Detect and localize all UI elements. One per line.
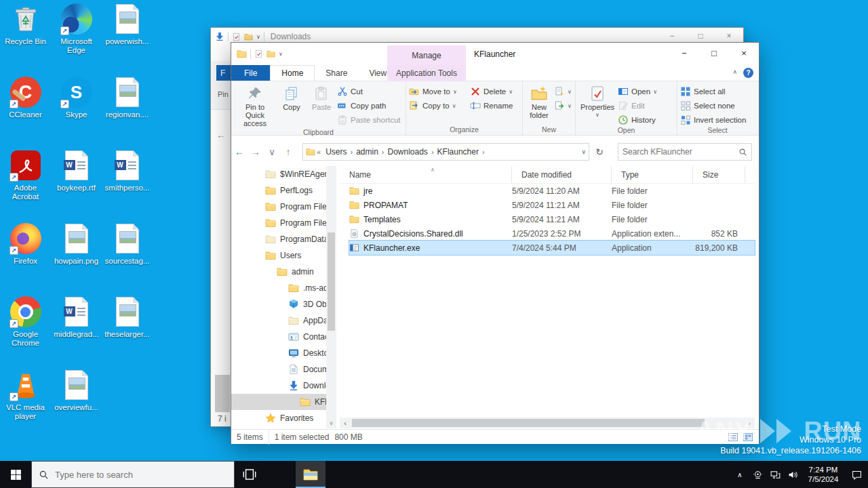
file-row-jre[interactable]: jre5/9/2024 11:20 AMFile folder — [349, 184, 755, 198]
desktop-icon[interactable]: Wboykeep.rtf — [51, 146, 102, 220]
breadcrumb-item[interactable]: admin — [353, 147, 382, 157]
nav-scrollbar-thumb[interactable] — [328, 232, 335, 331]
invert-selection-button[interactable]: Invert selection — [680, 115, 746, 125]
desktop-icon[interactable]: Recycle Bin — [0, 0, 51, 73]
breadcrumb-item[interactable]: Users — [322, 147, 350, 157]
nav-item-perflogs[interactable]: PerfLogs — [231, 182, 326, 199]
desktop-icon[interactable]: powerwish... — [102, 0, 153, 73]
minimize-button[interactable]: − — [669, 43, 699, 63]
new-item-button[interactable]: ∨ — [554, 86, 572, 97]
forward-button[interactable]: → — [248, 146, 264, 157]
tray-chevron-icon[interactable]: ∧ — [731, 461, 749, 488]
new-folder-qat-icon[interactable] — [267, 49, 275, 58]
column-header-name[interactable]: Name — [340, 166, 512, 183]
nav-item--ms-ad[interactable]: .ms-ad — [231, 280, 326, 296]
desktop-icon[interactable]: ↗Google Chrome — [0, 293, 51, 366]
file-row-crystaldecisions-shared-dll[interactable]: CrystalDecisions.Shared.dll1/25/2023 2:5… — [349, 226, 755, 241]
delete-button[interactable]: Delete ∨ — [470, 86, 513, 97]
tab-application-tools[interactable]: Application Tools — [387, 65, 466, 81]
qat-dropdown-icon[interactable]: ∨ — [279, 51, 283, 57]
volume-icon[interactable] — [784, 461, 802, 488]
paste-button[interactable]: Paste — [307, 83, 336, 127]
nav-item-downloads[interactable]: Downloads — [231, 378, 326, 394]
column-header-type[interactable]: Type — [612, 166, 693, 183]
details-view-icon[interactable] — [728, 432, 738, 443]
desktop-icon[interactable]: S↗Skype — [51, 73, 102, 146]
desktop-icon[interactable]: ↗Firefox — [0, 220, 51, 293]
search-input[interactable] — [623, 147, 738, 157]
nav-item-kflauncher[interactable]: KFlauncher — [231, 394, 326, 410]
nav-item-admin[interactable]: admin — [231, 264, 326, 280]
action-center-button[interactable] — [845, 461, 868, 488]
nav-item-3d-objects[interactable]: 3D Objects — [231, 296, 326, 312]
taskbar-search-input[interactable] — [55, 470, 227, 480]
desktop-icon[interactable]: theselarger... — [102, 293, 153, 366]
nav-item--winreagent[interactable]: $WinREAgent — [231, 166, 326, 182]
taskbar-search[interactable] — [31, 461, 235, 488]
breadcrumb-item[interactable]: KFlauncher — [434, 147, 482, 157]
network-icon[interactable] — [766, 461, 784, 488]
scroll-right-icon[interactable]: › — [744, 419, 755, 427]
desktop-icon[interactable]: sourcestag... — [102, 220, 153, 293]
nav-item-program-files[interactable]: Program Files — [231, 215, 326, 231]
ribbon-collapse-icon[interactable]: ∧ — [732, 68, 737, 75]
start-button[interactable] — [0, 461, 31, 488]
edit-button[interactable]: Edit — [618, 100, 657, 111]
taskbar-firefox-button[interactable] — [330, 461, 359, 488]
task-view-button[interactable] — [235, 461, 264, 488]
qat-dropdown-icon[interactable]: ∨ — [256, 34, 260, 40]
move-to-button[interactable]: Move to ∨ — [409, 86, 469, 97]
history-button[interactable]: History — [618, 115, 657, 125]
desktop-icon[interactable]: Wsmithperso... — [102, 146, 153, 220]
desktop-icon[interactable]: ↗VLC media player — [0, 366, 51, 439]
file-row-propamat[interactable]: PROPAMAT5/9/2024 11:21 AMFile folder — [349, 198, 755, 212]
tab-share[interactable]: Share — [315, 65, 358, 81]
horizontal-scrollbar-thumb[interactable] — [352, 419, 705, 427]
address-dropdown-icon[interactable]: ∨ — [581, 148, 586, 155]
easy-access-button[interactable]: ∨ — [554, 100, 572, 111]
nav-item-program-files[interactable]: Program Files — [231, 199, 326, 215]
file-row-templates[interactable]: Templates5/9/2024 11:21 AMFile folder — [349, 212, 755, 226]
cut-button[interactable]: Cut — [337, 86, 401, 97]
nav-scroll-down-icon[interactable]: ∨ — [326, 418, 336, 428]
nav-item-desktop[interactable]: Desktop — [231, 345, 326, 361]
select-all-button[interactable]: Select all — [680, 86, 746, 97]
new-folder-qat-icon[interactable] — [244, 33, 253, 41]
desktop-icon[interactable]: overviewfu... — [51, 366, 102, 439]
open-button[interactable]: Open ∨ — [618, 86, 657, 97]
nav-scrollbar[interactable]: ∨ — [326, 166, 336, 428]
new-folder-button[interactable]: New folder — [526, 83, 553, 125]
pin-to-quick-access-button[interactable]: Pin to Quick access — [234, 83, 276, 127]
taskbar-explorer-button[interactable] — [296, 461, 326, 488]
breadcrumb-item[interactable]: Downloads — [384, 147, 431, 157]
scroll-left-icon[interactable]: ‹ — [340, 419, 351, 427]
desktop-icon[interactable]: Wmiddlegrad... — [51, 293, 102, 366]
breadcrumb-separator-icon[interactable]: › — [482, 148, 485, 156]
nav-item-contacts[interactable]: Contacts — [231, 329, 326, 345]
recent-locations-icon[interactable]: ∨ — [264, 146, 280, 157]
refresh-icon[interactable]: ↻ — [592, 143, 607, 161]
address-bar[interactable]: « Users›admin›Downloads›KFlauncher› ∨ — [302, 143, 589, 161]
taskbar-clock[interactable]: 7:24 PM 7/5/2024 — [802, 465, 845, 484]
bg-back-arrow-icon[interactable]: ← — [216, 129, 226, 140]
up-button[interactable]: ↑ — [280, 146, 296, 157]
file-row-kflauncher-exe[interactable]: KFlauncher.exe7/4/2024 5:44 PMApplicatio… — [349, 241, 755, 255]
close-button[interactable]: × — [729, 43, 759, 63]
paste-shortcut-button[interactable]: Paste shortcut — [337, 115, 401, 125]
help-icon[interactable]: ? — [743, 68, 753, 78]
nav-item-favorites[interactable]: Favorites — [231, 410, 326, 426]
column-header-size[interactable]: Size — [693, 166, 745, 183]
large-icons-view-icon[interactable] — [743, 432, 753, 443]
nav-item-appdata[interactable]: AppData — [231, 312, 326, 329]
webcam-icon[interactable] — [749, 461, 766, 488]
properties-qat-icon[interactable] — [232, 33, 241, 41]
select-none-button[interactable]: Select none — [680, 100, 746, 111]
desktop-icon[interactable]: howpain.png — [51, 220, 102, 293]
bg-scrollbar-fragment[interactable] — [215, 375, 230, 412]
maximize-button[interactable]: □ — [699, 43, 729, 63]
properties-button[interactable]: Properties ∨ — [578, 83, 616, 125]
taskbar-edge-button[interactable] — [264, 461, 294, 488]
nav-item-programdata[interactable]: ProgramData — [231, 231, 326, 247]
search-box[interactable] — [618, 143, 752, 161]
rename-button[interactable]: Rename — [470, 100, 513, 111]
